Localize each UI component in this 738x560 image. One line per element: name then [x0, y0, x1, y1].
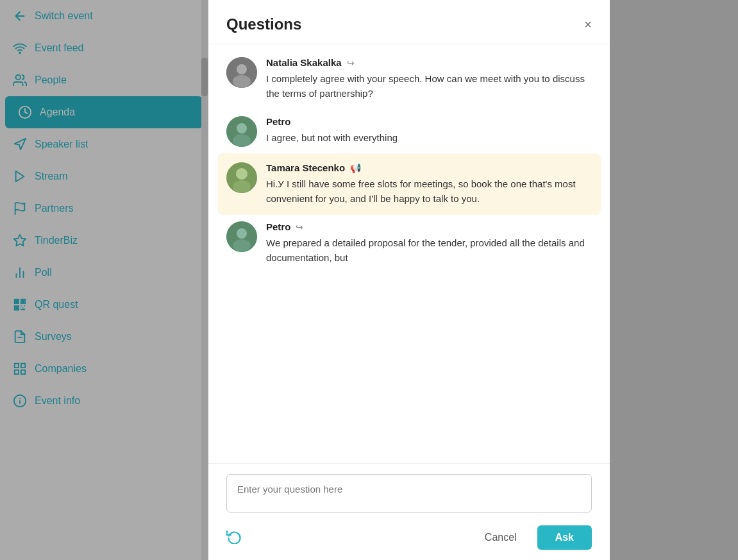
message-author-petro-2: Petro ↪	[266, 221, 592, 232]
message-tamara: Tamara Stecenko 📢 Hi.У I still have some…	[217, 153, 601, 215]
avatar-tamara	[226, 162, 257, 193]
avatar-natalia	[226, 57, 257, 88]
refresh-button[interactable]	[226, 529, 242, 547]
message-content-natalia: Natalia Skakalka ↪ I completely agree wi…	[266, 57, 592, 101]
message-author-tamara: Tamara Stecenko 📢	[266, 162, 592, 173]
questions-modal: Questions × Natalia Skakalka ↪	[208, 0, 610, 560]
reply-icon-petro-2: ↪	[296, 222, 303, 232]
modal-close-button[interactable]: ×	[584, 18, 592, 31]
refresh-icon	[226, 529, 242, 544]
action-buttons: Cancel Ask	[472, 525, 592, 550]
modal-header: Questions ×	[208, 0, 610, 44]
question-input[interactable]	[226, 474, 592, 513]
svg-point-32	[233, 134, 251, 147]
svg-point-31	[237, 123, 247, 133]
modal-title: Questions	[226, 15, 301, 33]
message-author-natalia: Natalia Skakalka ↪	[266, 57, 592, 68]
avatar-petro-1	[226, 116, 257, 147]
modal-actions: Cancel Ask	[226, 525, 592, 550]
svg-point-37	[237, 228, 247, 239]
message-author-petro-1: Petro	[266, 116, 592, 127]
message-content-petro-1: Petro I agree, but not with everything	[266, 116, 592, 146]
message-content-tamara: Tamara Stecenko 📢 Hi.У I still have some…	[266, 162, 592, 206]
reply-icon-natalia: ↪	[347, 58, 355, 68]
svg-point-28	[237, 64, 247, 74]
ask-button[interactable]: Ask	[537, 525, 592, 550]
message-petro-1: Petro I agree, but not with everything	[226, 116, 592, 147]
modal-footer: Cancel Ask	[208, 463, 610, 560]
avatar-petro-1-img	[226, 116, 257, 147]
svg-point-35	[233, 180, 251, 193]
avatar-natalia-img	[226, 57, 257, 88]
avatar-petro-2	[226, 221, 257, 252]
message-petro-2: Petro ↪ We prepared a detailed proposal …	[226, 221, 592, 265]
svg-point-29	[233, 75, 251, 88]
message-content-petro-2: Petro ↪ We prepared a detailed proposal …	[266, 221, 592, 265]
modal-body: Natalia Skakalka ↪ I completely agree wi…	[208, 44, 610, 463]
messages-list: Natalia Skakalka ↪ I completely agree wi…	[208, 44, 610, 463]
message-natalia: Natalia Skakalka ↪ I completely agree wi…	[226, 57, 592, 101]
avatar-petro-2-img	[226, 221, 257, 252]
megaphone-icon-tamara: 📢	[350, 163, 361, 173]
svg-point-38	[233, 239, 251, 252]
avatar-tamara-img	[226, 162, 257, 193]
cancel-button[interactable]: Cancel	[472, 525, 530, 550]
svg-point-34	[236, 168, 247, 180]
